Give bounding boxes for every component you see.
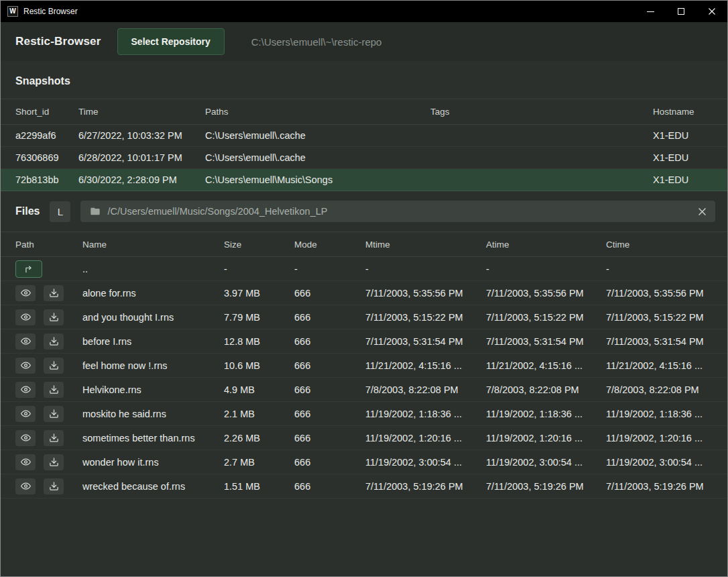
file-mtime: 11/19/2002, 3:00:54 ... (365, 457, 486, 468)
snapshots-table: Short_id Time Paths Tags Hostname a2299a… (1, 99, 727, 191)
column-atime[interactable]: Atime (486, 240, 606, 250)
download-icon (49, 288, 59, 298)
download-file-button[interactable] (44, 285, 64, 301)
clear-path-icon[interactable] (699, 208, 706, 215)
file-ctime: 11/19/2002, 1:18:36 ... (606, 409, 713, 419)
column-mtime[interactable]: Mtime (365, 240, 486, 250)
snapshot-time: 6/30/2022, 2:28:09 PM (78, 174, 205, 185)
file-atime: - (486, 264, 606, 274)
download-icon (49, 384, 59, 395)
preview-file-button[interactable] (15, 333, 36, 350)
file-actions (15, 406, 82, 422)
column-hostname[interactable]: Hostname (653, 107, 713, 117)
column-ctime[interactable]: Ctime (606, 240, 713, 250)
file-mtime: 7/11/2003, 5:35:56 PM (365, 288, 486, 299)
file-path-bar[interactable]: /C/Users/emuell/Music/Songs/2004_Helveti… (80, 201, 715, 222)
download-file-button[interactable] (44, 358, 64, 374)
file-name: sometimes better than.rns (82, 433, 224, 443)
snapshot-row[interactable]: a2299af66/27/2022, 10:03:32 PMC:\Users\e… (1, 125, 727, 147)
file-row: moskito he said.rns2.1 MB66611/19/2002, … (1, 402, 727, 426)
app-window: W Restic Browser Restic-Browser Select R… (0, 0, 728, 577)
up-arrow-icon (23, 264, 34, 274)
file-actions (15, 382, 82, 398)
file-name: moskito he said.rns (82, 409, 224, 419)
eye-icon (21, 336, 31, 346)
preview-file-button[interactable] (15, 454, 36, 470)
preview-file-button[interactable] (15, 358, 36, 374)
snapshot-paths: C:\Users\emuell\.cache (205, 152, 430, 163)
file-mtime: 11/19/2002, 1:20:16 ... (365, 433, 486, 443)
preview-file-button[interactable] (15, 478, 36, 494)
file-size: 7.79 MB (224, 312, 294, 323)
download-file-button[interactable] (44, 454, 64, 470)
file-row: alone for.rns3.97 MB6667/11/2003, 5:35:5… (1, 281, 727, 305)
download-icon (49, 457, 59, 467)
file-row: and you thought I.rns7.79 MB6667/11/2003… (1, 305, 727, 329)
snapshot-row[interactable]: 763068696/28/2022, 10:01:17 PMC:\Users\e… (1, 147, 727, 169)
file-atime: 11/19/2002, 1:18:36 ... (486, 409, 606, 419)
file-row: wonder how it.rns2.7 MB66611/19/2002, 3:… (1, 450, 727, 474)
close-button[interactable] (696, 1, 727, 22)
snapshot-time: 6/27/2022, 10:03:32 PM (78, 130, 205, 141)
file-atime: 11/21/2002, 4:15:16 ... (486, 360, 606, 371)
file-actions (15, 333, 82, 350)
file-ctime: - (606, 264, 713, 274)
download-file-button[interactable] (44, 406, 64, 422)
download-file-button[interactable] (44, 382, 64, 398)
eye-icon (21, 360, 31, 370)
file-atime: 11/19/2002, 1:20:16 ... (486, 433, 606, 443)
file-mtime: 11/21/2002, 4:15:16 ... (365, 360, 486, 371)
app-name: Restic-Browser (15, 35, 101, 48)
column-tags[interactable]: Tags (430, 107, 653, 117)
eye-icon (21, 409, 31, 419)
column-path[interactable]: Path (15, 240, 82, 250)
column-mode[interactable]: Mode (294, 240, 365, 250)
eye-icon (21, 481, 31, 491)
column-paths[interactable]: Paths (205, 107, 430, 117)
column-size[interactable]: Size (224, 240, 294, 250)
file-mtime: - (365, 264, 486, 274)
file-ctime: 7/8/2003, 8:22:08 PM (606, 384, 713, 395)
file-actions (15, 454, 82, 470)
snapshots-table-body: a2299af66/27/2022, 10:03:32 PMC:\Users\e… (1, 125, 727, 191)
snapshot-hostname: X1-EDU (653, 152, 713, 163)
snapshots-heading: Snapshots (1, 61, 727, 99)
download-file-button[interactable] (44, 309, 64, 325)
file-ctime: 7/11/2003, 5:31:54 PM (606, 336, 713, 347)
preview-file-button[interactable] (15, 430, 36, 446)
file-name: wonder how it.rns (82, 457, 224, 468)
column-time[interactable]: Time (78, 107, 205, 117)
column-name[interactable]: Name (82, 240, 224, 250)
preview-file-button[interactable] (15, 382, 36, 398)
download-file-button[interactable] (44, 478, 64, 494)
preview-file-button[interactable] (15, 285, 36, 301)
files-heading: Files (15, 205, 40, 217)
snapshot-row[interactable]: 72b813bb6/30/2022, 2:28:09 PMC:\Users\em… (1, 169, 727, 191)
file-size: 2.7 MB (224, 457, 294, 468)
file-atime: 7/11/2003, 5:19:26 PM (486, 481, 606, 492)
close-icon (709, 8, 715, 15)
download-file-button[interactable] (44, 430, 64, 446)
files-bar: Files L /C/Users/emuell/Music/Songs/2004… (1, 191, 727, 231)
preview-file-button[interactable] (15, 309, 36, 325)
eye-icon (21, 433, 31, 443)
file-size: 2.1 MB (224, 409, 294, 419)
list-mode-toggle-button[interactable]: L (50, 201, 70, 222)
file-size: 10.6 MB (224, 360, 294, 371)
maximize-button[interactable] (666, 1, 696, 22)
folder-icon (90, 206, 101, 217)
file-mtime: 7/11/2003, 5:19:26 PM (365, 481, 486, 492)
repository-path-field[interactable]: C:\Users\emuell\~\restic-repo (251, 36, 382, 48)
snapshot-time: 6/28/2022, 10:01:17 PM (78, 152, 205, 163)
minimize-button[interactable] (635, 1, 666, 22)
download-file-button[interactable] (44, 333, 64, 350)
column-short-id[interactable]: Short_id (15, 107, 78, 117)
file-ctime: 11/21/2002, 4:15:16 ... (606, 360, 713, 371)
parent-dir-button[interactable] (15, 260, 42, 278)
file-actions (15, 430, 82, 446)
preview-file-button[interactable] (15, 406, 36, 422)
file-row: before I.rns12.8 MB6667/11/2003, 5:31:54… (1, 329, 727, 354)
download-icon (49, 360, 59, 370)
select-repository-button[interactable]: Select Repository (117, 28, 225, 55)
eye-icon (21, 384, 31, 395)
